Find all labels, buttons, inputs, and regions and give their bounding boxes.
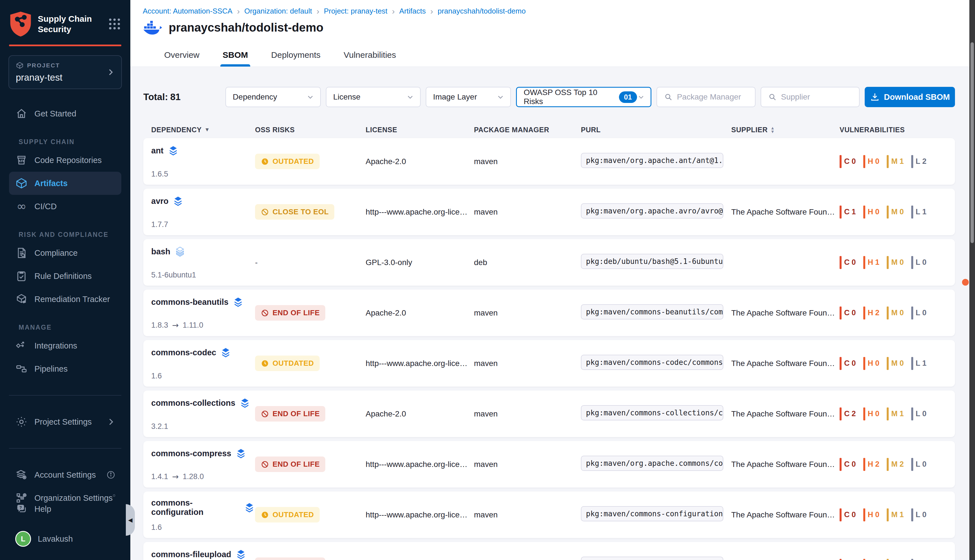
tab-deployments[interactable]: Deployments <box>269 50 323 67</box>
owasp-filter-select[interactable]: OWASP OSS Top 10 Risks 01 <box>516 87 651 107</box>
column-header-dependency[interactable]: DEPENDENCY▼ <box>151 126 255 134</box>
filter-select-image-layer[interactable]: Image Layer <box>426 87 511 107</box>
vuln-count-c: C0 <box>840 357 856 370</box>
search-field-package-manager[interactable] <box>656 87 756 107</box>
column-header-purl[interactable]: PURL <box>581 126 731 134</box>
user-menu[interactable]: L Lavakush <box>9 527 121 550</box>
severity-bar <box>863 407 865 420</box>
table-row[interactable]: commons-collections 3.2.1 → END <box>143 390 955 437</box>
breadcrumb-item[interactable]: Account: Automation-SSCA <box>143 7 232 15</box>
purl-value[interactable]: pkg:maven/commons-collections/co… <box>581 405 723 420</box>
sidebar-item-project-settings[interactable]: Project Settings <box>9 410 121 433</box>
vuln-count-l: L2 <box>911 155 927 168</box>
app-root: Supply Chain Security PROJECT pranay-tes… <box>0 0 975 560</box>
vuln-count-l: L1 <box>911 205 927 218</box>
breadcrumb-item[interactable]: Artifacts <box>399 7 426 15</box>
column-header-vulnerabilities[interactable]: VULNERABILITIES <box>840 126 955 134</box>
sidebar-item-code-repositories[interactable]: Code Repositories <box>9 148 121 172</box>
search-input[interactable] <box>677 92 749 102</box>
tab-overview[interactable]: Overview <box>162 50 202 67</box>
table-row[interactable]: commons-codec 1.6 → OUTDATED <box>143 340 955 387</box>
table-header: DEPENDENCY▼OSS RISKSLICENSEPACKAGE MANAG… <box>143 121 955 138</box>
package-manager-cell: maven <box>474 460 581 469</box>
tab-sbom[interactable]: SBOM <box>220 50 250 67</box>
purl-value[interactable]: pkg:maven/commons-configuration/… <box>581 506 723 522</box>
column-header-license[interactable]: LICENSE <box>366 126 474 134</box>
vuln-count-m: M2 <box>887 458 904 471</box>
severity-bar <box>911 458 913 471</box>
license-cell: http---www.apache.org-lice… <box>366 208 474 217</box>
vulnerability-counts: C0 H0 M1 L0 <box>840 508 955 522</box>
tab-bar: OverviewSBOMDeploymentsVulnerabilities <box>162 50 398 67</box>
table-row[interactable]: commons-beanutils 1.8.3 → 1.11.0 <box>143 290 955 336</box>
purl-value[interactable]: pkg:maven/org.apache.ant/ant@1.6… <box>581 153 723 168</box>
table-row[interactable]: commons-configuration 1.6 → OUTD <box>143 492 955 538</box>
search-input[interactable] <box>781 92 853 102</box>
dependency-version: 1.7.7 → <box>151 220 255 229</box>
upgrade-arrow-icon: → <box>172 321 179 330</box>
sidebar-footer: ? Help L Lavakush <box>0 497 130 560</box>
breadcrumb-item[interactable]: Organization: default <box>244 7 312 15</box>
filter-select-license[interactable]: License <box>326 87 421 107</box>
scrollbar-thumb[interactable] <box>970 42 974 243</box>
sidebar-collapse-handle[interactable]: ◀ <box>126 504 135 536</box>
active-tab-underline <box>220 64 250 67</box>
purl-value[interactable]: pkg:maven/org.apache.commons/com… <box>581 456 723 471</box>
sidebar-item-get-started[interactable]: Get Started <box>9 102 121 125</box>
dependency-cell: commons-collections 3.2.1 → <box>151 390 255 437</box>
purl-value[interactable]: pkg:maven/commons-codec/commons-… <box>581 355 723 370</box>
breadcrumb-item[interactable]: Project: pranay-test <box>324 7 387 15</box>
oss-risk-cell: END OF LIFE - <box>255 406 366 422</box>
purl-value[interactable]: pkg:maven/org.apache.avro/avro@1… <box>581 203 723 218</box>
dependency-cell: commons-compress 1.4.1 → 1.28.0 <box>151 441 255 488</box>
layers-icon <box>232 297 244 308</box>
ban-icon <box>260 410 269 418</box>
purl-value[interactable]: pkg:deb/ubuntu/bash@5.1-6ubuntu1 <box>581 254 723 269</box>
table-row[interactable]: avro 1.7.7 → CLOSE TO EOL <box>143 188 955 235</box>
dependency-cell: commons-beanutils 1.8.3 → 1.11.0 <box>151 290 255 336</box>
purl-value[interactable]: pkg:maven/commons-fileupload/… <box>581 557 723 560</box>
module-grid-icon[interactable] <box>107 17 122 31</box>
sidebar-item-help[interactable]: ? Help <box>9 497 121 520</box>
table-row[interactable]: ant 1.6.5 → OUTDATED <box>143 138 955 185</box>
project-selector[interactable]: PROJECT pranay-test <box>8 55 122 89</box>
filter-select-dependency[interactable]: Dependency <box>225 87 321 107</box>
dependency-name: commons-beanutils <box>151 297 229 307</box>
severity-bar <box>863 458 865 471</box>
sidebar-item-rule-definitions[interactable]: Rule Definitions <box>9 265 121 288</box>
dependency-cell: commons-configuration 1.6 → <box>151 492 255 538</box>
sidebar-item-compliance[interactable]: Compliance <box>9 242 121 265</box>
chevron-down-icon <box>637 93 645 101</box>
sidebar-item-label: CI/CD <box>34 202 57 211</box>
sidebar-item-integrations[interactable]: Integrations <box>9 334 121 357</box>
svg-text:?: ? <box>20 505 22 510</box>
sidebar-item-account-settings[interactable]: Account Settings <box>9 463 121 487</box>
download-sbom-button[interactable]: Download SBOM <box>865 87 955 107</box>
vertical-scrollbar[interactable] <box>969 0 975 560</box>
layers-icon <box>220 347 231 358</box>
vuln-count-l: L0 <box>911 508 927 522</box>
dependency-version: 1.4.1 → 1.28.0 <box>151 472 255 481</box>
purl-value[interactable]: pkg:maven/commons-beanutils/comm… <box>581 304 723 320</box>
breadcrumb-item[interactable]: pranaycshah/todolist-demo <box>437 7 526 15</box>
sidebar-item-remediation-tracker[interactable]: Remediation Tracker <box>9 288 121 311</box>
table-row[interactable]: commons-fileupload → END OF LIF <box>143 542 955 560</box>
tab-vulnerabilities[interactable]: Vulnerabilities <box>341 50 398 67</box>
sidebar-item-artifacts[interactable]: Artifacts <box>9 172 121 195</box>
sidebar-item-pipelines[interactable]: Pipelines <box>9 357 121 380</box>
severity-bar <box>840 155 841 168</box>
sidebar-item-ci-cd[interactable]: ∞ CI/CD <box>9 195 121 218</box>
oss-risk-cell: OUTDATED - <box>255 154 366 169</box>
dependency-cell: bash 5.1-6ubuntu1 → <box>151 239 255 286</box>
severity-bar <box>887 508 889 522</box>
column-header-supplier[interactable]: SUPPLIER▲▼ <box>731 126 840 134</box>
table-row[interactable]: commons-compress 1.4.1 → 1.28.0 E <box>143 441 955 488</box>
vuln-count-h: H1 <box>863 256 880 269</box>
table-row[interactable]: bash 5.1-6ubuntu1 → - <box>143 239 955 286</box>
chevron-down-icon <box>496 93 505 101</box>
column-header-oss-risks[interactable]: OSS RISKS <box>255 126 366 134</box>
vulnerability-counts: C0 H0 M0 L1 <box>840 357 955 370</box>
dependency-version: 3.2.1 → <box>151 422 255 431</box>
search-field-supplier[interactable] <box>761 87 860 107</box>
column-header-package-manager[interactable]: PACKAGE MANAGER <box>474 126 581 134</box>
